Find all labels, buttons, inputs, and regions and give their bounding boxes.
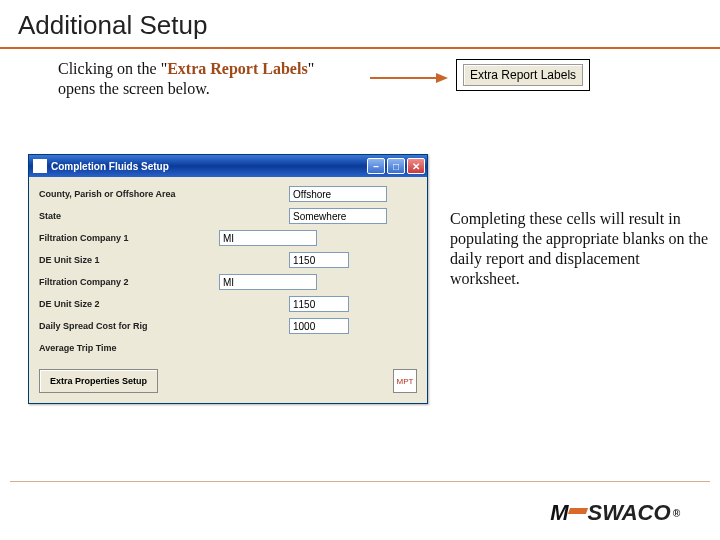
- miswaco-logo: MSWACO®: [550, 500, 680, 526]
- window-title: Completion Fluids Setup: [51, 161, 365, 172]
- intro-text: Clicking on the "Extra Report Labels" op…: [58, 59, 348, 99]
- right-explanation-text: Completing these cells will result in po…: [450, 209, 710, 289]
- logo-tm: ®: [673, 508, 680, 519]
- field-de-size1: DE Unit Size 1 1150: [39, 249, 417, 271]
- filtration2-input[interactable]: MI: [219, 274, 317, 290]
- extra-report-labels-button[interactable]: Extra Report Labels: [463, 64, 583, 86]
- field-label: Daily Spread Cost for Rig: [39, 321, 219, 331]
- mpt-icon[interactable]: MPT: [393, 369, 417, 393]
- logo-dash-icon: [567, 508, 587, 514]
- field-label: Average Trip Time: [39, 343, 219, 353]
- state-input[interactable]: Somewhere: [289, 208, 387, 224]
- field-label: State: [39, 211, 219, 221]
- field-de-size2: DE Unit Size 2 1150: [39, 293, 417, 315]
- intro-highlight: Extra Report Labels: [167, 60, 307, 77]
- field-filtration1: Filtration Company 1 MI: [39, 227, 417, 249]
- arrow-right-icon: [370, 71, 448, 85]
- filtration1-input[interactable]: MI: [219, 230, 317, 246]
- slide-title-bar: Additional Setup: [0, 0, 720, 49]
- field-county: County, Parish or Offshore Area Offshore: [39, 183, 417, 205]
- field-label: Filtration Company 2: [39, 277, 219, 287]
- field-trip-time: Average Trip Time: [39, 337, 417, 359]
- main-area: Completion Fluids Setup – □ ✕ County, Pa…: [0, 149, 720, 449]
- svg-marker-1: [436, 73, 448, 83]
- upper-area: Clicking on the "Extra Report Labels" op…: [0, 49, 720, 149]
- minimize-button[interactable]: –: [367, 158, 385, 174]
- footer-divider: [10, 481, 710, 482]
- extra-report-labels-callout: Extra Report Labels: [456, 59, 590, 91]
- field-spread-cost: Daily Spread Cost for Rig 1000: [39, 315, 417, 337]
- field-label: County, Parish or Offshore Area: [39, 189, 219, 199]
- de1-input[interactable]: 1150: [289, 252, 349, 268]
- window-titlebar: Completion Fluids Setup – □ ✕: [29, 155, 427, 177]
- logo-text-swaco: SWACO: [588, 500, 671, 526]
- county-input[interactable]: Offshore: [289, 186, 387, 202]
- maximize-button[interactable]: □: [387, 158, 405, 174]
- window-app-icon: [33, 159, 47, 173]
- page-title: Additional Setup: [18, 10, 207, 40]
- de2-input[interactable]: 1150: [289, 296, 349, 312]
- field-label: DE Unit Size 1: [39, 255, 219, 265]
- field-state: State Somewhere: [39, 205, 417, 227]
- spread-input[interactable]: 1000: [289, 318, 349, 334]
- extra-properties-setup-button[interactable]: Extra Properties Setup: [39, 369, 158, 393]
- field-filtration2: Filtration Company 2 MI: [39, 271, 417, 293]
- logo-text-m: M: [550, 500, 568, 526]
- window-bottom-row: Extra Properties Setup MPT: [39, 369, 417, 393]
- intro-before: Clicking on the ": [58, 60, 167, 77]
- close-button[interactable]: ✕: [407, 158, 425, 174]
- window-body: County, Parish or Offshore Area Offshore…: [29, 177, 427, 403]
- completion-fluids-setup-window: Completion Fluids Setup – □ ✕ County, Pa…: [28, 154, 428, 404]
- field-label: DE Unit Size 2: [39, 299, 219, 309]
- field-label: Filtration Company 1: [39, 233, 219, 243]
